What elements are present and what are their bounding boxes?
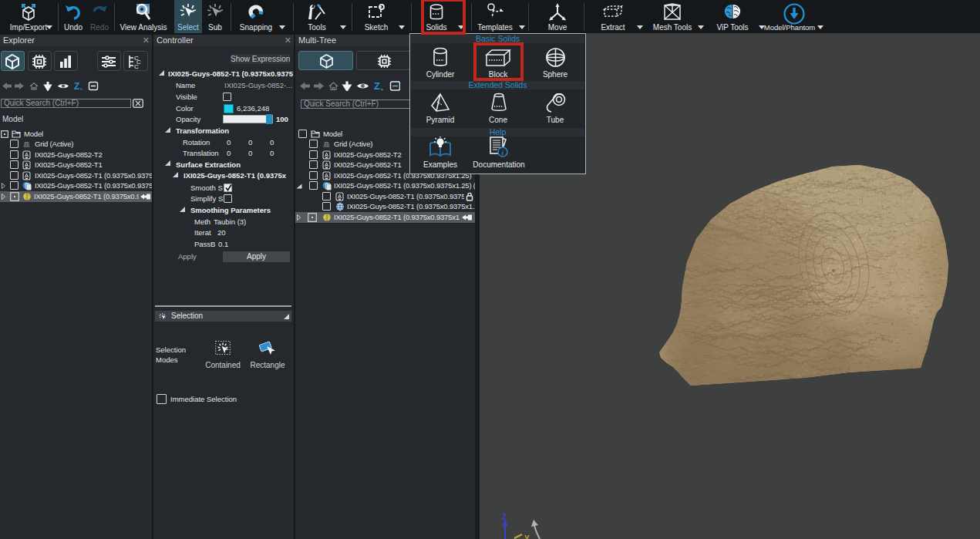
- svg-text:Z: Z: [374, 81, 380, 91]
- svg-text:Z: Z: [502, 513, 507, 521]
- svg-text:Y: Y: [524, 534, 530, 539]
- svg-text:Z: Z: [74, 81, 79, 91]
- svg-text:C: C: [134, 63, 139, 69]
